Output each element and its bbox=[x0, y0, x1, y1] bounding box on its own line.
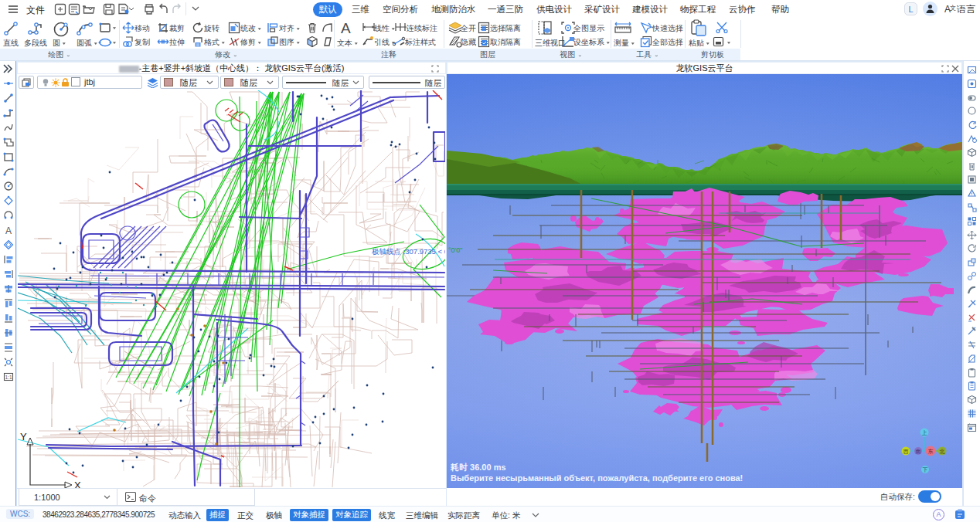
svg-text:上: 上 bbox=[922, 430, 927, 436]
svg-text:X: X bbox=[74, 480, 81, 488]
svg-text:文: 文 bbox=[950, 5, 956, 12]
svg-text:东: 东 bbox=[928, 449, 934, 454]
svg-text:1:1: 1:1 bbox=[5, 375, 12, 380]
svg-text:A: A bbox=[5, 225, 12, 236]
svg-text:Y: Y bbox=[20, 431, 27, 442]
svg-text:耗时 36.00 ms: 耗时 36.00 ms bbox=[450, 463, 506, 472]
svg-text:°0'0": °0'0" bbox=[448, 246, 463, 254]
svg-text:极轴线点 :307.9735 < 0°0'0": 极轴线点 :307.9735 < 0°0'0" bbox=[371, 247, 445, 256]
svg-text:A: A bbox=[341, 20, 351, 36]
svg-text:西: 西 bbox=[903, 449, 909, 455]
svg-text:下: 下 bbox=[923, 467, 928, 473]
svg-text:Выберите несырьманный объект,: Выберите несырьманный объект, пожалуйста… bbox=[451, 473, 743, 483]
svg-text:北: 北 bbox=[940, 449, 945, 455]
svg-text:南: 南 bbox=[916, 449, 921, 454]
